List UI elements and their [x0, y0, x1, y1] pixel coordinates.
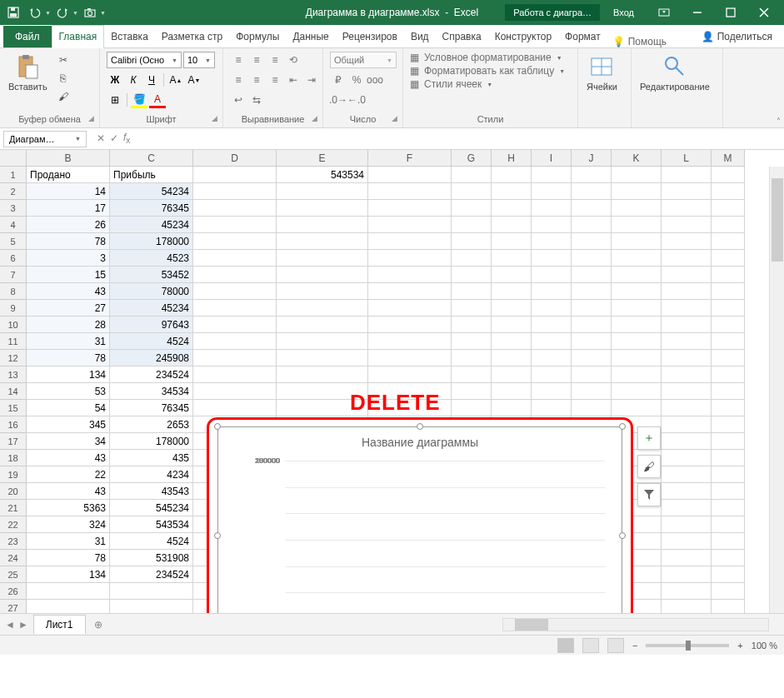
cell[interactable]: 545234: [110, 500, 193, 516]
cell[interactable]: [662, 366, 712, 383]
cell[interactable]: 531908: [110, 550, 193, 566]
cell[interactable]: 5363: [27, 500, 110, 516]
tab-вставка[interactable]: Вставка: [104, 26, 155, 47]
column-header[interactable]: B: [27, 150, 110, 167]
cell[interactable]: [368, 167, 452, 183]
cell[interactable]: [572, 400, 612, 416]
cell[interactable]: 34534: [110, 383, 193, 400]
cell[interactable]: 134: [27, 366, 110, 383]
cell[interactable]: [193, 183, 277, 200]
currency-icon[interactable]: ₽: [330, 72, 347, 88]
cell[interactable]: [712, 500, 745, 516]
sheet-prev-icon[interactable]: ◄: [5, 619, 15, 631]
cell[interactable]: [193, 200, 277, 217]
cell[interactable]: 245908: [110, 350, 193, 366]
cell[interactable]: [662, 533, 712, 550]
cell[interactable]: [492, 383, 532, 400]
save-icon[interactable]: [3, 2, 23, 22]
collapse-ribbon-icon[interactable]: ˄: [777, 117, 781, 126]
cell[interactable]: [193, 283, 277, 300]
indent-decrease-icon[interactable]: ⇤: [285, 72, 302, 88]
italic-button[interactable]: К: [125, 72, 142, 88]
column-header[interactable]: F: [368, 150, 452, 167]
cell[interactable]: 76345: [110, 400, 193, 416]
cell[interactable]: [452, 183, 492, 200]
font-color-icon[interactable]: A: [149, 92, 166, 108]
row-header[interactable]: 18: [0, 450, 27, 466]
column-header[interactable]: J: [572, 150, 612, 167]
row-header[interactable]: 24: [0, 550, 27, 566]
tab-рецензиров[interactable]: Рецензиров: [336, 26, 404, 47]
row-header[interactable]: 9: [0, 300, 27, 317]
editing-button[interactable]: Редактирование: [638, 52, 712, 93]
cell[interactable]: [572, 383, 612, 400]
row-header[interactable]: 20: [0, 483, 27, 500]
cell[interactable]: [712, 183, 745, 200]
cell[interactable]: [612, 233, 662, 250]
cell[interactable]: 17: [27, 200, 110, 217]
close-button[interactable]: [747, 0, 781, 25]
cell[interactable]: [452, 250, 492, 267]
cell[interactable]: [572, 366, 612, 383]
cell[interactable]: [572, 350, 612, 366]
cell[interactable]: [712, 167, 745, 183]
cell[interactable]: [572, 250, 612, 267]
cell[interactable]: 43: [27, 283, 110, 300]
column-header[interactable]: L: [662, 150, 712, 167]
align-bottom-icon[interactable]: ≡: [267, 52, 283, 68]
cell[interactable]: [662, 267, 712, 283]
cell[interactable]: [277, 200, 368, 217]
row-header[interactable]: 25: [0, 566, 27, 583]
cell[interactable]: [662, 217, 712, 233]
cell[interactable]: 15: [27, 267, 110, 283]
cell[interactable]: 54234: [110, 183, 193, 200]
orientation-icon[interactable]: ⟲: [285, 52, 302, 68]
row-header[interactable]: 5: [0, 233, 27, 250]
cell[interactable]: [712, 300, 745, 317]
cell[interactable]: 31: [27, 533, 110, 550]
cell[interactable]: [277, 317, 368, 333]
cell[interactable]: [712, 267, 745, 283]
cell[interactable]: 2653: [110, 416, 193, 433]
cell[interactable]: [712, 433, 745, 450]
increase-decimal-icon[interactable]: .0→: [330, 92, 347, 108]
cell[interactable]: [712, 333, 745, 350]
cell[interactable]: [193, 300, 277, 317]
row-header[interactable]: 23: [0, 533, 27, 550]
cell[interactable]: [452, 366, 492, 383]
chart-styles-button[interactable]: 🖌: [637, 455, 661, 478]
tab-справка[interactable]: Справка: [436, 26, 488, 47]
page-break-view-button[interactable]: [607, 638, 624, 653]
cell[interactable]: [452, 167, 492, 183]
cell[interactable]: [572, 333, 612, 350]
cell[interactable]: [712, 250, 745, 267]
align-middle-icon[interactable]: ≡: [248, 52, 265, 68]
name-box[interactable]: Диаграм…▼: [3, 131, 87, 147]
zoom-level[interactable]: 100 %: [752, 641, 777, 651]
cell[interactable]: 234524: [110, 566, 193, 583]
cell[interactable]: [662, 450, 712, 466]
tab-формат[interactable]: Формат: [558, 26, 607, 47]
cell[interactable]: [662, 317, 712, 333]
cell[interactable]: 78000: [110, 283, 193, 300]
undo-icon[interactable]: [25, 2, 45, 22]
row-header[interactable]: 6: [0, 250, 27, 267]
cell[interactable]: [712, 200, 745, 217]
cell[interactable]: 27: [27, 300, 110, 317]
chart-filters-button[interactable]: [637, 483, 661, 506]
cell[interactable]: [492, 300, 532, 317]
cell[interactable]: [712, 516, 745, 533]
cell[interactable]: [612, 283, 662, 300]
format-painter-icon[interactable]: 🖌: [54, 88, 72, 105]
cell[interactable]: [612, 167, 662, 183]
row-header[interactable]: 15: [0, 400, 27, 416]
maximize-button[interactable]: [714, 0, 747, 25]
cell[interactable]: [532, 233, 572, 250]
cell[interactable]: [532, 283, 572, 300]
tab-file[interactable]: Файл: [3, 26, 52, 47]
cell[interactable]: 234524: [110, 366, 193, 383]
cell[interactable]: [612, 383, 662, 400]
cell[interactable]: [452, 350, 492, 366]
cell[interactable]: [532, 333, 572, 350]
cell[interactable]: 4524: [110, 533, 193, 550]
